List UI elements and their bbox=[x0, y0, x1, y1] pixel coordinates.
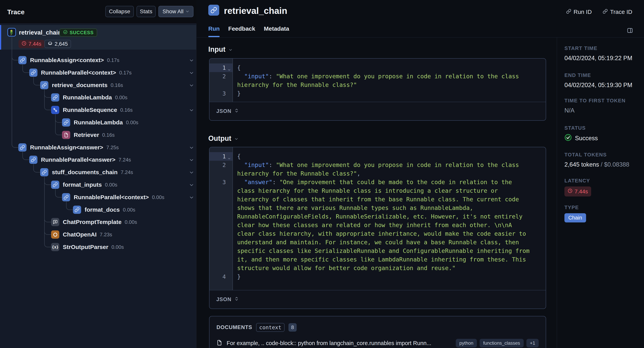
code-text: "input": "What one improvement do you pr… bbox=[232, 161, 530, 178]
chain-icon bbox=[51, 181, 59, 189]
node-duration: 0.16s bbox=[120, 107, 132, 113]
collapse-button[interactable]: Collapse bbox=[105, 6, 134, 17]
fold-chevron-icon[interactable] bbox=[227, 154, 231, 158]
trace-node-stroutputparser[interactable]: {x}StrOutputParser0.00s bbox=[0, 243, 196, 251]
show-all-dropdown[interactable]: Show All bbox=[158, 6, 194, 17]
chain-icon bbox=[62, 193, 70, 201]
node-name: ChatPromptTemplate bbox=[63, 219, 122, 225]
trace-panel-title: Trace bbox=[7, 8, 24, 16]
fold-chevron-icon[interactable] bbox=[227, 65, 231, 69]
success-check-icon bbox=[564, 134, 572, 143]
chain-icon bbox=[40, 168, 48, 176]
field-value: N/A bbox=[564, 107, 626, 114]
chevron-down-icon bbox=[228, 45, 232, 54]
trace-node-runnablelambda[interactable]: RunnableLambda0.00s bbox=[0, 118, 196, 127]
document-icon bbox=[216, 340, 222, 346]
openai-icon bbox=[51, 230, 59, 239]
node-duration: 0.16s bbox=[102, 132, 115, 138]
trace-node-format-docs[interactable]: format_docs0.00s bbox=[0, 206, 196, 214]
trace-node-runnableparallel-context[interactable]: RunnableParallel<context>0.17s bbox=[0, 68, 196, 77]
code-text: "answer": "One improvement that could be… bbox=[232, 178, 530, 272]
field-label: LATENCY bbox=[564, 178, 591, 184]
chain-icon bbox=[18, 143, 26, 151]
output-section-header[interactable]: Output bbox=[208, 134, 238, 142]
chain-icon bbox=[73, 206, 81, 214]
collapse-chevron-icon[interactable] bbox=[189, 195, 194, 200]
clock-icon bbox=[568, 188, 572, 195]
tab-feedback[interactable]: Feedback bbox=[228, 25, 255, 38]
collapse-chevron-icon[interactable] bbox=[189, 58, 194, 63]
code-line: 2 "input": "What one improvement do you … bbox=[210, 161, 546, 178]
detail-field-total-tokens: TOTAL TOKENS2,645 tokens / $0.08388 bbox=[564, 152, 629, 168]
line-number: 2 bbox=[210, 161, 232, 178]
trace-panel: RunnableAssign<context>0.17sRunnablePara… bbox=[0, 0, 196, 348]
tab-metadata[interactable]: Metadata bbox=[264, 25, 289, 38]
langchain-parrot-icon bbox=[8, 28, 16, 37]
code-line: 3} bbox=[210, 89, 546, 98]
collapse-chevron-icon[interactable] bbox=[189, 71, 194, 75]
node-duration: 0.00s bbox=[111, 244, 124, 250]
collapse-chevron-icon[interactable] bbox=[189, 157, 194, 162]
collapse-chevron-icon[interactable] bbox=[189, 108, 194, 112]
tree-connector bbox=[44, 177, 51, 247]
node-duration: 0.17s bbox=[107, 57, 119, 63]
input-format-label: JSON bbox=[216, 108, 232, 114]
token-coin-icon bbox=[48, 41, 53, 47]
root-run-name[interactable]: retrieval_chain bbox=[19, 29, 62, 36]
node-name: format_inputs bbox=[63, 182, 102, 188]
input-section-header[interactable]: Input bbox=[208, 45, 232, 54]
tab-run[interactable]: Run bbox=[208, 25, 220, 38]
trace-node-retriever[interactable]: Retriever0.16s bbox=[0, 131, 196, 139]
document-tag: functions_classes bbox=[480, 339, 524, 347]
collapse-chevron-icon[interactable] bbox=[189, 83, 194, 88]
trace-node-chatprompttemplate[interactable]: ChatPromptTemplate0.00s bbox=[0, 218, 196, 226]
trace-node-format-inputs[interactable]: format_inputs0.00s bbox=[0, 181, 196, 189]
chevron-down-icon bbox=[234, 134, 238, 142]
document-tags: pythonfunctions_classes+1 bbox=[456, 339, 539, 347]
prompt-icon bbox=[51, 218, 59, 226]
field-value: 04/02/2024, 05:19:30 PM bbox=[564, 82, 632, 89]
node-name: RunnableParallel<context> bbox=[74, 194, 149, 201]
root-latency-badge: 7.44s bbox=[18, 40, 44, 48]
output-format-select[interactable]: JSON bbox=[210, 290, 546, 308]
documents-label: DOCUMENTS bbox=[216, 324, 252, 330]
status-badge-label: SUCCESS bbox=[70, 30, 94, 35]
sidebar-divider bbox=[557, 38, 557, 348]
collapse-chevron-icon[interactable] bbox=[189, 183, 194, 187]
node-duration: 0.00s bbox=[125, 219, 137, 225]
trace-tree: RunnableAssign<context>0.17sRunnablePara… bbox=[0, 0, 196, 348]
code-text: } bbox=[232, 272, 530, 281]
node-name: RunnableParallel<context> bbox=[41, 69, 116, 76]
field-value: 04/02/2024, 05:19:22 PM bbox=[564, 55, 632, 62]
node-name: RunnableLambda bbox=[74, 119, 123, 126]
updown-chevrons-icon bbox=[234, 108, 239, 114]
node-name: RunnableAssign<answer> bbox=[30, 144, 103, 151]
node-duration: 0.00s bbox=[115, 95, 128, 101]
output-code-area: 1{2 "input": "What one improvement do yo… bbox=[210, 147, 546, 290]
trace-node-retrieve-documents[interactable]: retrieve_documents0.16s bbox=[0, 81, 196, 89]
input-format-select[interactable]: JSON bbox=[210, 102, 546, 120]
trace-node-stuff-documents-chain[interactable]: stuff_documents_chain7.24s bbox=[0, 168, 196, 177]
chain-icon bbox=[51, 93, 59, 102]
trace-node-runnablesequence[interactable]: RunnableSequence0.16s bbox=[0, 106, 196, 114]
collapse-chevron-icon[interactable] bbox=[189, 170, 194, 175]
retriever-icon bbox=[62, 131, 70, 139]
trace-node-chatopenai[interactable]: ChatOpenAI7.23s bbox=[0, 230, 196, 239]
trace-node-runnableassign-answer[interactable]: RunnableAssign<answer>7.25s bbox=[0, 143, 196, 152]
trace-node-runnableparallel-answer[interactable]: RunnableParallel<answer>7.24s bbox=[0, 155, 196, 164]
document-row[interactable]: For example, .. code-block:: python from… bbox=[216, 339, 539, 347]
stats-button[interactable]: Stats bbox=[136, 6, 156, 17]
status-value: Success bbox=[575, 135, 598, 142]
trace-node-runnableparallel-context[interactable]: RunnableParallel<context>0.00s bbox=[0, 193, 196, 202]
root-tokens-value: 2,645 bbox=[54, 41, 68, 47]
node-duration: 7.23s bbox=[100, 232, 112, 238]
clock-icon bbox=[22, 41, 26, 47]
trace-node-runnablelambda[interactable]: RunnableLambda0.00s bbox=[0, 93, 196, 102]
check-circle-icon bbox=[63, 30, 68, 36]
parser-icon: {x} bbox=[51, 243, 59, 251]
code-line: 1{ bbox=[210, 152, 546, 161]
detail-field-time-to-first-token: TIME TO FIRST TOKENN/A bbox=[564, 98, 626, 114]
trace-node-runnableassign-context[interactable]: RunnableAssign<context>0.17s bbox=[0, 56, 196, 64]
collapse-chevron-icon[interactable] bbox=[189, 145, 194, 150]
output-section-title: Output bbox=[208, 134, 231, 142]
